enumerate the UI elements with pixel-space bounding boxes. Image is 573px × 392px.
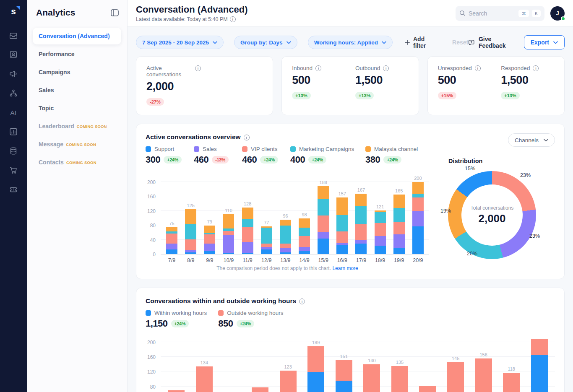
bar-segment-support — [166, 249, 177, 254]
flow-icon[interactable] — [6, 86, 21, 100]
stacked-bar — [196, 366, 213, 392]
distribution-column: Distribution Total conversations 2,000 1… — [429, 141, 555, 273]
sidebar-item-campaigns[interactable]: Campaigns — [33, 64, 121, 80]
distribution-donut-chart: Total conversations 2,000 15%23%23%20%19… — [448, 171, 536, 259]
add-filter-button[interactable]: Add filter — [405, 36, 435, 49]
filter-chip-label: Group by: Days — [240, 39, 283, 46]
legend-name: Within working hours — [154, 310, 207, 316]
collapse-sidebar-icon[interactable] — [111, 9, 119, 16]
avatar[interactable]: J — [550, 6, 565, 21]
y-tick-label: 200 — [147, 340, 156, 345]
search-icon — [459, 10, 466, 16]
bar-segment-support — [375, 246, 386, 254]
reset-button[interactable]: Reset — [452, 39, 468, 46]
bar-total-label: 156 — [479, 352, 487, 357]
stacked-bar — [336, 360, 352, 392]
filter-row: 7 Sep 2025 - 20 Sep 2025Group by: DaysWo… — [136, 35, 565, 49]
kpi-info-icon[interactable] — [475, 65, 481, 71]
give-feedback-button[interactable]: Give Feedback — [468, 36, 514, 49]
legend-name: Sales — [203, 146, 217, 152]
bar-segment-sales — [318, 232, 329, 239]
page-head: Conversation (Advanced) Latest data avai… — [136, 4, 248, 22]
legend-color-swatch — [290, 146, 296, 152]
bar-segment-outside-working-hours — [280, 371, 297, 392]
bar-segment-outside-working-hours — [168, 390, 185, 392]
kpi-info-icon[interactable] — [383, 65, 389, 71]
x-tick-label: 17/9 — [356, 257, 366, 263]
sidebar-item-contacts[interactable]: ContactsCOMING SOON — [33, 154, 121, 171]
legend-name: Outside working hours — [227, 310, 283, 316]
app-logo[interactable]: s — [11, 7, 16, 16]
export-button[interactable]: Export — [524, 35, 565, 49]
working-hours-info-icon[interactable] — [299, 299, 305, 304]
sidebar-item-topic[interactable]: Topic — [33, 100, 121, 117]
bar-group-10-9: 10/9 — [246, 335, 274, 392]
analytics-icon[interactable] — [6, 125, 21, 139]
bar-segment-vip-clients — [299, 236, 310, 247]
overview-card-title: Active conversations overview — [146, 133, 555, 141]
legend-item-support: Support300+24% — [146, 146, 182, 165]
sidebar-item-conversation-advanced[interactable]: Conversation (Advanced) — [33, 28, 121, 44]
y-tick-label: 40 — [150, 237, 156, 243]
kpi-card: Active conversations2,000-27% — [136, 56, 273, 115]
bar-total-label: 123 — [284, 364, 292, 369]
legend-color-swatch — [242, 146, 247, 152]
bar-group-16-9: 16/9 — [414, 335, 442, 392]
legend-value: 380 — [365, 154, 380, 165]
x-tick-label: 9/9 — [206, 257, 213, 263]
working-hours-bar-chart: 040801201602007/91348/99/910/912311/9189… — [146, 335, 555, 392]
commerce-icon[interactable] — [6, 163, 21, 177]
channels-dropdown[interactable]: Channels — [508, 133, 555, 147]
kpi-metric-responded: Responded1,500+13% — [501, 65, 554, 106]
kpi-info-icon[interactable] — [195, 65, 201, 71]
bar-segment-marketing-campaigns — [336, 215, 348, 231]
donut-center-value: 2,000 — [478, 212, 505, 225]
kpi-label: Unresponded — [438, 65, 472, 71]
filter-chip-7-sep-2025-20-sep-2025[interactable]: 7 Sep 2025 - 20 Sep 2025 — [136, 36, 224, 49]
kpi-info-icon[interactable] — [315, 65, 321, 71]
bar-segment-marketing-campaigns — [412, 194, 424, 197]
legend-item-outside-working-hours: Outside working hours850+24% — [218, 310, 283, 329]
broadcast-icon[interactable] — [6, 67, 21, 81]
bar-total-label: 145 — [452, 356, 459, 361]
sidebar-item-leaderboard[interactable]: LeaderboardCOMING SOON — [33, 118, 121, 135]
stacked-bar — [391, 366, 408, 392]
filter-chip-group-by-days[interactable]: Group by: Days — [234, 36, 297, 49]
legend-item-sales: Sales460-13% — [194, 146, 231, 165]
y-tick-label: 120 — [147, 369, 156, 375]
stacked-bar — [185, 209, 196, 254]
sidebar-item-sales[interactable]: Sales — [33, 82, 121, 99]
inbox-icon[interactable] — [6, 28, 21, 42]
stacked-bar — [168, 390, 185, 392]
bar-segment-marketing-campaigns — [280, 226, 291, 244]
bar-segment-support — [280, 252, 291, 254]
bar-segment-sales — [204, 244, 215, 251]
legend-delta-badge: +24% — [383, 156, 401, 164]
bar-segment-malaysia-channel — [412, 182, 424, 194]
ai-icon[interactable]: AI — [6, 105, 21, 119]
y-tick-label: 160 — [147, 354, 156, 360]
subtitle-info-icon[interactable] — [230, 16, 236, 22]
sidebar-menu: Conversation (Advanced)PerformanceCampai… — [33, 28, 121, 171]
bar-total-label: 140 — [368, 358, 375, 363]
kpi-info-icon[interactable] — [533, 65, 539, 71]
bar-segment-vip-clients — [318, 215, 329, 232]
learn-more-link[interactable]: Learn more — [332, 265, 358, 271]
sidebar-item-message[interactable]: MessageCOMING SOON — [33, 136, 121, 153]
filter-chip-working-hours-applied[interactable]: Working hours: Applied — [308, 36, 393, 49]
ticket-icon[interactable] — [6, 182, 21, 197]
x-tick-label: 12/9 — [261, 257, 271, 263]
contacts-icon[interactable] — [6, 47, 21, 62]
donut-center-label: Total conversations — [471, 205, 514, 211]
logo-arrow-icon — [16, 6, 20, 10]
y-axis: 04080120160200 — [146, 180, 161, 254]
legend-name: Malaysia channel — [374, 146, 418, 152]
legend-delta-badge: +24% — [308, 156, 326, 164]
data-icon[interactable] — [6, 144, 21, 158]
kpi-value: 1,500 — [355, 74, 409, 87]
x-tick-label: 11/9 — [242, 257, 252, 263]
overview-info-icon[interactable] — [244, 135, 250, 140]
bar-group-20-9: 20/9 — [526, 335, 554, 392]
sidebar-item-performance[interactable]: Performance — [33, 46, 121, 62]
search-input[interactable]: Search ⌘ K — [456, 6, 544, 21]
